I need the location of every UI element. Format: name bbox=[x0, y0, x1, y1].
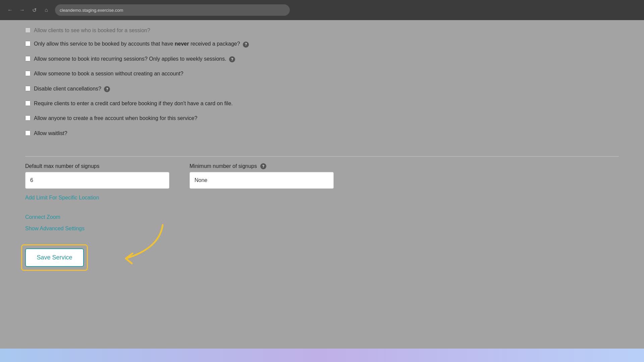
checkbox-creditcard-label: Require clients to enter a credit card b… bbox=[34, 100, 233, 107]
page-content: Allow clients to see who is booked for a… bbox=[0, 20, 644, 362]
checkbox-never-label: Only allow this service to be booked by … bbox=[34, 40, 249, 48]
checkbox-section: Allow clients to see who is booked for a… bbox=[25, 22, 619, 149]
checkbox-item-booked: Allow clients to see who is booked for a… bbox=[25, 27, 619, 34]
checkbox-noaccount-label: Allow someone to book a session without … bbox=[34, 70, 183, 77]
checkbox-booked[interactable] bbox=[25, 27, 31, 33]
checkbox-item-cancellations: Disable client cancellations? ? bbox=[25, 85, 619, 93]
save-btn-wrapper: Save Service bbox=[25, 248, 84, 267]
checkbox-item-creditcard: Require clients to enter a credit card b… bbox=[25, 100, 619, 107]
help-icon-cancellations[interactable]: ? bbox=[104, 86, 110, 92]
help-icon-recurring[interactable]: ? bbox=[229, 56, 235, 62]
connect-zoom-link[interactable]: Connect Zoom bbox=[25, 214, 619, 220]
home-button[interactable]: ⌂ bbox=[42, 5, 51, 15]
form-area: Allow clients to see who is booked for a… bbox=[0, 20, 644, 267]
section-divider bbox=[25, 156, 619, 157]
checkbox-item-freeaccount: Allow anyone to create a free account wh… bbox=[25, 115, 619, 122]
address-text: cleandemo.staging.exercise.com bbox=[60, 8, 123, 13]
min-signups-label: Minimum number of signups ? bbox=[190, 163, 334, 169]
min-signups-field: Minimum number of signups ? bbox=[190, 163, 334, 189]
checkbox-never[interactable] bbox=[25, 41, 31, 46]
checkbox-item-waitlist: Allow waitlist? bbox=[25, 130, 619, 137]
checkbox-item-recurring: Allow someone to book into recurring ses… bbox=[25, 55, 619, 63]
checkbox-creditcard[interactable] bbox=[25, 101, 31, 106]
checkbox-waitlist[interactable] bbox=[25, 130, 31, 136]
save-button-area: Save Service bbox=[25, 248, 619, 267]
checkbox-waitlist-label: Allow waitlist? bbox=[34, 130, 67, 137]
checkbox-cancellations-label: Disable client cancellations? ? bbox=[34, 85, 110, 93]
help-icon-min-signups[interactable]: ? bbox=[260, 163, 266, 169]
signups-section: Default max number of signups Add Limit … bbox=[25, 163, 619, 201]
bottom-bar bbox=[0, 349, 644, 362]
help-icon-never[interactable]: ? bbox=[243, 42, 249, 48]
checkbox-item-never: Only allow this service to be booked by … bbox=[25, 40, 619, 48]
min-signups-input[interactable] bbox=[190, 172, 334, 189]
checkbox-freeaccount[interactable] bbox=[25, 115, 31, 121]
max-signups-field: Default max number of signups Add Limit … bbox=[25, 163, 169, 201]
checkbox-freeaccount-label: Allow anyone to create a free account wh… bbox=[34, 115, 197, 122]
address-bar[interactable]: cleandemo.staging.exercise.com bbox=[55, 4, 290, 16]
checkbox-recurring-label: Allow someone to book into recurring ses… bbox=[34, 55, 235, 63]
links-section: Connect Zoom Show Advanced Settings bbox=[25, 214, 619, 232]
show-advanced-link[interactable]: Show Advanced Settings bbox=[25, 226, 619, 232]
back-button[interactable]: ← bbox=[5, 5, 15, 15]
forward-button[interactable]: → bbox=[17, 5, 27, 15]
reload-button[interactable]: ↺ bbox=[30, 5, 39, 15]
browser-chrome: ← → ↺ ⌂ cleandemo.staging.exercise.com bbox=[0, 0, 644, 20]
checkbox-item-noaccount: Allow someone to book a session without … bbox=[25, 70, 619, 77]
checkbox-noaccount[interactable] bbox=[25, 71, 31, 76]
nav-buttons: ← → ↺ ⌂ bbox=[5, 5, 51, 15]
save-service-button[interactable]: Save Service bbox=[25, 248, 84, 267]
add-limit-link[interactable]: Add Limit For Specific Location bbox=[25, 195, 169, 201]
checkbox-cancellations[interactable] bbox=[25, 86, 31, 91]
checkbox-recurring[interactable] bbox=[25, 56, 31, 61]
max-signups-input[interactable] bbox=[25, 172, 169, 189]
checkbox-booked-label: Allow clients to see who is booked for a… bbox=[34, 27, 150, 34]
max-signups-label: Default max number of signups bbox=[25, 163, 169, 169]
